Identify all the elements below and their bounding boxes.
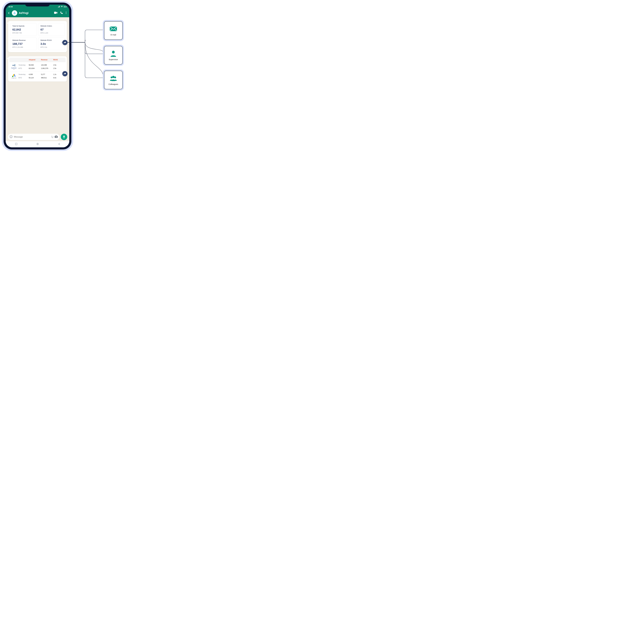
share-target-email[interactable]: E-mail <box>103 20 124 41</box>
share-target-supervisor[interactable]: Supervisor <box>103 45 124 66</box>
svg-point-7 <box>66 12 66 12</box>
svg-rect-6 <box>54 12 56 14</box>
message-composer <box>8 134 67 140</box>
header-adspend: Adspend <box>29 59 41 61</box>
svg-point-9 <box>66 13 66 14</box>
battery-icon: 85% <box>64 6 66 7</box>
message-table: Adspend Revenue ROAS facebook Ads <box>8 56 67 82</box>
system-navbar <box>6 141 69 147</box>
cell-adspend: 813,634 <box>29 67 41 69</box>
svg-rect-16 <box>63 135 65 137</box>
colleagues-icon <box>109 75 117 82</box>
provider-name: Google Ads <box>11 77 16 79</box>
cell-revenue: 486,511 <box>41 77 53 79</box>
kpi-card: Website Orders 67 MTD 1,224 <box>38 23 65 36</box>
contact-avatar[interactable] <box>12 10 17 16</box>
share-target-label: Supervisor <box>109 58 118 61</box>
attach-icon[interactable] <box>50 135 53 139</box>
share-target-label: Colleagues <box>108 83 118 85</box>
row-label: MTD <box>18 77 29 79</box>
svg-point-27 <box>114 76 116 78</box>
cell-adspend: 4,305 <box>29 74 41 75</box>
share-button[interactable] <box>62 40 67 45</box>
svg-rect-1 <box>58 7 59 7</box>
cell-revenue: 144,369 <box>41 64 53 66</box>
table-header-row: Adspend Revenue ROAS <box>9 58 66 62</box>
svg-rect-0 <box>58 7 58 7</box>
composer-input-wrapper[interactable] <box>8 134 60 140</box>
provider-name: facebook <box>11 67 16 69</box>
wifi-icon <box>61 6 63 8</box>
kpi-title: Website Orders <box>40 25 63 27</box>
mic-button[interactable] <box>61 134 67 140</box>
video-call-icon[interactable] <box>54 12 57 14</box>
svg-point-15 <box>56 136 57 137</box>
cell-adspend: 58,538 <box>29 64 41 66</box>
svg-point-12 <box>10 136 11 137</box>
kpi-value: 62,842 <box>12 28 35 31</box>
phone-notch <box>25 3 50 6</box>
google-ads-logo: Google Ads <box>9 73 18 79</box>
svg-point-25 <box>112 51 115 53</box>
row-label: Yesterday <box>18 74 29 75</box>
camera-icon[interactable] <box>55 135 58 138</box>
svg-point-4 <box>62 7 62 7</box>
contact-name[interactable]: AdYogi <box>19 11 53 15</box>
home-icon[interactable] <box>36 143 39 146</box>
svg-point-13 <box>11 136 12 137</box>
share-target-colleagues[interactable]: Colleagues <box>103 69 124 91</box>
table-row: facebook Ads Yesterday 58,538 144,369 2.… <box>9 62 66 71</box>
cell-revenue: 2,061,579 <box>41 67 53 69</box>
supervisor-icon <box>109 50 117 57</box>
back-button[interactable] <box>7 12 10 14</box>
email-icon <box>109 25 117 32</box>
phone-frame: 20:00 85% AdYogi <box>4 3 71 149</box>
cell-revenue: 5,277 <box>41 74 53 75</box>
share-targets: E-mail Supervisor Colleagues <box>103 20 124 91</box>
status-time: 20:00 <box>9 6 13 8</box>
svg-point-21 <box>37 144 38 144</box>
kpi-card: Website Revenue 188,737 MTD 3,151,688 <box>10 37 37 50</box>
emoji-icon[interactable] <box>10 135 13 139</box>
recent-apps-icon[interactable] <box>15 143 17 146</box>
signal-icon <box>58 6 60 8</box>
svg-point-10 <box>12 76 13 77</box>
row-label: Yesterday <box>18 64 29 66</box>
facebook-ads-logo: facebook Ads <box>9 63 18 70</box>
kpi-mtd: MTD 3,151,688 <box>12 46 35 48</box>
cell-adspend: 54,124 <box>29 77 41 79</box>
chat-body: Total Ad Spends 62,842 MTD 867,758 Websi… <box>6 17 69 82</box>
svg-rect-19 <box>15 143 17 145</box>
row-label: MTD <box>18 67 29 69</box>
cell-roas: 9.0x <box>53 77 66 79</box>
kpi-value: 67 <box>40 28 63 31</box>
provider-sub: Ads <box>13 69 15 70</box>
more-icon[interactable] <box>66 11 66 15</box>
kpi-mtd: MTD 1,224 <box>40 32 63 34</box>
cell-roas: 2.5x <box>53 64 66 66</box>
message-input[interactable] <box>14 136 49 138</box>
svg-point-26 <box>111 76 112 78</box>
svg-point-28 <box>112 76 115 78</box>
kpi-card: Total Ad Spends 62,842 MTD 867,758 <box>10 23 37 36</box>
svg-rect-2 <box>59 6 59 7</box>
voice-call-icon[interactable] <box>60 11 63 15</box>
svg-rect-3 <box>60 6 60 7</box>
share-target-label: E-mail <box>111 34 116 36</box>
kpi-title: Website ROAS <box>40 39 63 41</box>
kpi-title: Website Revenue <box>12 39 35 41</box>
back-nav-icon[interactable] <box>58 143 60 146</box>
kpi-mtd: MTD 867,758 <box>12 32 35 34</box>
kpi-value: 3.0x <box>40 42 63 46</box>
svg-point-8 <box>66 12 66 13</box>
kpi-title: Total Ad Spends <box>12 25 35 27</box>
chat-header: AdYogi <box>6 9 69 17</box>
battery-text: 85% <box>64 6 66 7</box>
message-kpi: Total Ad Spends 62,842 MTD 867,758 Websi… <box>8 21 67 52</box>
status-indicators: 85% <box>58 6 66 8</box>
kpi-mtd: MTD 3.6x <box>40 46 63 48</box>
cell-roas: 2.5x <box>53 67 66 69</box>
phone-screen: 20:00 85% AdYogi <box>6 5 69 147</box>
header-roas: ROAS <box>53 59 66 61</box>
share-button[interactable] <box>62 71 67 76</box>
